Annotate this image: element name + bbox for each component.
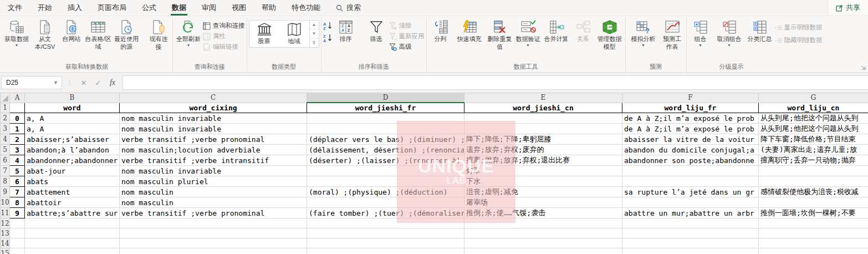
filter-button[interactable]: 筛选	[364, 19, 389, 44]
cell[interactable]: 推倒一面墙;坎倒一棵树;不要	[759, 208, 868, 219]
cell[interactable]: nom masculin invariable	[120, 166, 307, 176]
insert-function-button[interactable]: fx	[106, 78, 119, 87]
row-header[interactable]: 15	[1, 248, 10, 254]
hide-detail-button[interactable]: − 隐藏明细数据	[774, 36, 823, 44]
cell[interactable]	[307, 197, 464, 208]
consolidate-button[interactable]: 合并计算	[543, 19, 570, 44]
outline-dialog-launcher-icon[interactable]: ⇲	[861, 65, 866, 71]
clear-filter-button[interactable]: 清除	[389, 22, 425, 30]
row-header[interactable]: 13	[1, 228, 10, 238]
tab-data[interactable]: 数据	[164, 0, 194, 16]
cell[interactable]	[10, 238, 25, 248]
cell[interactable]	[307, 238, 464, 248]
cell[interactable]: 感情破裂使他极为沮丧;税收减	[759, 187, 868, 197]
cell[interactable]: abandonner son poste;abandonne	[622, 155, 759, 166]
cell[interactable]	[622, 219, 759, 228]
tab-home[interactable]: 开始	[30, 0, 60, 16]
cell[interactable]: nom masculin	[120, 197, 307, 208]
cell[interactable]	[759, 197, 868, 208]
formula-input[interactable]	[122, 75, 868, 90]
cell[interactable]: 下水	[464, 176, 622, 187]
cell[interactable]: a, A	[25, 113, 120, 124]
cell[interactable]: nom masculin pluriel	[120, 176, 307, 187]
queries-connections-button[interactable]: 查询和连接	[203, 22, 245, 30]
row-header[interactable]: 1	[1, 103, 10, 113]
properties-button[interactable]: 属性	[203, 32, 245, 40]
cell[interactable]: 4	[10, 155, 25, 166]
cell[interactable]: abattre;s’abattre sur	[25, 208, 120, 219]
formula-bar-drag-dots[interactable]: ⋮	[63, 79, 76, 87]
cell[interactable]: abandon du domicile conjugal;a	[622, 145, 759, 155]
cell[interactable]: (faire tomber) ;(tuer) ;(démoraliser) ;(	[307, 208, 464, 219]
cell[interactable]	[25, 228, 120, 238]
cell[interactable]	[622, 238, 759, 248]
cell[interactable]	[464, 228, 622, 238]
from-table-range-button[interactable]: 自表格/区域	[84, 19, 112, 52]
cell[interactable]: 屠宰场	[464, 197, 622, 208]
row-header[interactable]: 4	[1, 134, 10, 145]
cell[interactable]: abattre un mur;abattre un arbr	[622, 208, 759, 219]
row-header[interactable]: 10	[1, 197, 10, 208]
share-button[interactable]: 共享	[828, 0, 868, 16]
row-header[interactable]: 2	[1, 113, 10, 124]
cell[interactable]: 遗弃;放弃;弃权;废弃的	[464, 145, 622, 155]
cancel-icon[interactable]: ✕	[77, 79, 90, 87]
advanced-filter-button[interactable]: 高级	[389, 43, 425, 51]
manage-data-model-button[interactable]: 管理数据模型	[596, 19, 624, 52]
cell[interactable]: 5	[10, 166, 25, 176]
cell[interactable]: 从头到尾;他把这个问题从头到	[759, 113, 868, 124]
cell[interactable]	[759, 238, 868, 248]
cell[interactable]	[464, 113, 622, 124]
cell[interactable]	[464, 124, 622, 134]
cell[interactable]: (moral) ;(physique) ;(déduction)	[307, 187, 464, 197]
cell[interactable]: verbe transitif ;verbe pronominal	[120, 208, 307, 219]
cell[interactable]: 降下;降低;下降;卑躬屈膝	[464, 134, 622, 145]
geography-button[interactable]: 地域	[279, 21, 309, 47]
cell[interactable]	[622, 197, 759, 208]
cell[interactable]: abats	[25, 176, 120, 187]
sort-descending-button[interactable]: ZA	[323, 34, 333, 42]
cell[interactable]: de A à Z;il m’a exposé le prob	[622, 124, 759, 134]
cell[interactable]: 3	[10, 145, 25, 155]
name-box[interactable]: D25 ▼	[1, 76, 62, 89]
cell[interactable]	[622, 176, 759, 187]
cell[interactable]: word_liju_fr	[622, 103, 759, 113]
column-header-G[interactable]: G	[759, 93, 868, 103]
cell[interactable]: word_jieshi_fr	[307, 103, 464, 113]
cell[interactable]	[307, 176, 464, 187]
gallery-down-icon[interactable]: ▼	[310, 29, 319, 38]
row-header[interactable]: 11	[1, 208, 10, 219]
cell[interactable]: verbe transitif ;verbe intransitif	[120, 155, 307, 166]
existing-connections-button[interactable]: 现有连接	[146, 19, 171, 52]
gallery-more-icon[interactable]: ⊽	[310, 38, 319, 47]
recent-sources-button[interactable]: 最近使用的源	[113, 19, 140, 52]
edit-links-button[interactable]: 编辑链接	[203, 43, 245, 51]
cell[interactable]: word_jieshi_cn	[464, 103, 622, 113]
cell[interactable]	[307, 166, 464, 176]
cell[interactable]: nom masculin invariable	[120, 113, 307, 124]
cell[interactable]: abandonner;abandonner	[25, 155, 120, 166]
cell[interactable]	[307, 248, 464, 254]
cell[interactable]	[759, 176, 868, 187]
cell[interactable]: abat-jour	[25, 166, 120, 176]
column-header-C[interactable]: C	[120, 93, 307, 103]
cell[interactable]: nom masculin;locution adverbiale	[120, 145, 307, 155]
column-header-F[interactable]: F	[622, 93, 759, 103]
cell[interactable]	[10, 228, 25, 238]
cell[interactable]: 7	[10, 187, 25, 197]
refresh-all-button[interactable]: 全部刷新 ▾	[175, 19, 202, 48]
data-validation-button[interactable]: 数据验证 ▾	[514, 19, 542, 48]
cell[interactable]: verbe transitif ;verbe pronominal	[120, 134, 307, 145]
cell[interactable]: 擅离;抛弃;放弃;弃权;退出比赛	[464, 155, 622, 166]
cell[interactable]	[120, 238, 307, 248]
cell[interactable]: 从头到尾;他把这个问题从头到	[759, 124, 868, 134]
gallery-up-icon[interactable]: ▲	[310, 21, 319, 29]
row-header[interactable]: 7	[1, 166, 10, 176]
cell[interactable]	[307, 219, 464, 228]
cell[interactable]: abaisser;s’abaisser	[25, 134, 120, 145]
cell[interactable]	[759, 248, 868, 254]
cell[interactable]	[464, 238, 622, 248]
cell[interactable]: word	[25, 103, 120, 113]
column-header-A[interactable]: A	[10, 93, 25, 103]
cell[interactable]	[464, 219, 622, 228]
